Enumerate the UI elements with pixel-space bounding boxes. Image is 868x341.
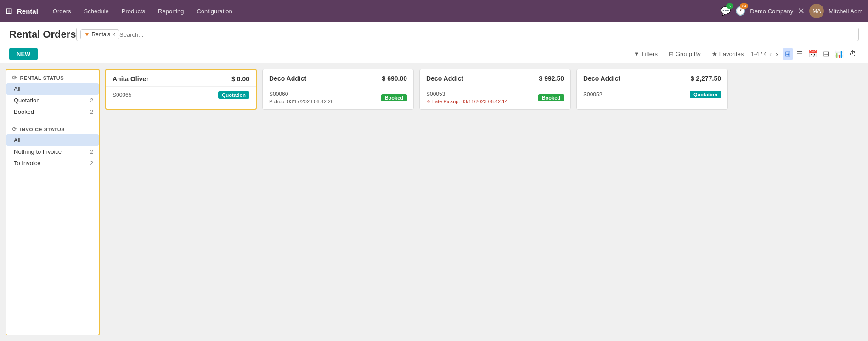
favorites-button[interactable]: ★ Favorites [708,49,747,59]
status-badge: Booked [538,94,564,101]
rental-booked-label: Booked [14,108,90,115]
clock-view-button[interactable]: ⏱ [847,48,859,60]
card-body: S00065 Quotation [106,87,256,103]
card-order-row: S00065 Quotation [113,91,249,99]
prev-page-button[interactable]: ‹ [768,50,772,58]
toolbar: NEW ▼ Filters ⊞ Group By ★ Favorites 1-4… [9,45,859,63]
new-button[interactable]: NEW [9,48,38,60]
pivot-view-button[interactable]: ⊟ [821,48,831,60]
card-amount: $ 2,277.50 [691,75,721,82]
card-header: Anita Oliver $ 0.00 [106,70,256,87]
card-order-number: S00060 [269,91,333,97]
main-area: Rental Orders ▼ Rentals × NEW ▼ Filters [0,22,868,341]
warning-icon: ⚠ [426,99,431,104]
card-order-row: S00053 ⚠Late Pickup: 03/11/2023 06:42:14… [426,91,564,105]
card-pickup: ⚠Late Pickup: 03/11/2023 06:42:14 [426,99,508,105]
card-body: S00060 Pickup: 03/17/2023 06:42:28 Booke… [263,86,413,109]
calendar-view-button[interactable]: 📅 [806,48,820,60]
status-badge: Booked [381,94,407,101]
invoice-status-label: INVOICE STATUS [20,127,65,132]
status-badge: Quotation [690,91,721,98]
chat-icon[interactable]: 💬 5 [721,6,731,16]
filter-close-icon[interactable]: × [112,31,115,38]
nav-orders[interactable]: Orders [47,5,77,17]
sidebar-rental-booked[interactable]: Booked 2 [6,106,99,117]
group-by-label: Group By [676,50,701,57]
card-header: Deco Addict $ 690.00 [263,69,413,86]
close-icon[interactable]: ✕ [798,6,805,16]
rental-status-label: RENTAL STATUS [20,75,64,81]
card-amount: $ 690.00 [382,75,407,82]
chat-badge: 5 [726,3,733,9]
company-name: Demo Company [750,8,793,15]
search-container: ▼ Rentals × [76,28,859,41]
grid-icon[interactable]: ⊞ [6,6,12,16]
content-area: ⟳ RENTAL STATUS All Quotation 2 Booked 2… [0,63,868,341]
nav-reporting[interactable]: Reporting [152,5,189,17]
card-amount: $ 0.00 [231,75,249,83]
list-view-button[interactable]: ☰ [794,48,805,60]
sidebar-rental-quotation[interactable]: Quotation 2 [6,95,99,106]
kanban-view-button[interactable]: ⊞ [783,48,793,60]
rental-card[interactable]: Anita Oliver $ 0.00 S00065 Quotation [105,69,257,110]
filter-tag-rentals: ▼ Rentals × [80,29,120,39]
sidebar-invoice-nothing[interactable]: Nothing to Invoice 2 [6,146,99,157]
filter-icon: ▼ [634,50,640,57]
invoice-to-invoice-count: 2 [90,160,93,167]
app-name[interactable]: Rental [17,7,38,15]
card-pickup: Pickup: 03/17/2023 06:42:28 [269,99,333,104]
invoice-nothing-label: Nothing to Invoice [14,148,90,155]
card-customer: Deco Addict [426,75,463,82]
invoice-status-header: ⟳ INVOICE STATUS [6,121,99,134]
clock-icon[interactable]: 🕐 24 [735,6,745,16]
sync-icon: ⟳ [12,74,17,81]
card-body: S00053 ⚠Late Pickup: 03/11/2023 06:42:14… [420,86,570,109]
page-title: Rental Orders [9,28,76,40]
avatar[interactable]: MA [809,4,824,18]
next-page-button[interactable]: › [775,50,779,58]
filters-label: Filters [642,50,658,57]
card-customer: Deco Addict [583,75,620,82]
invoice-all-label: All [14,137,93,144]
card-body: S00052 Quotation [577,86,727,103]
cards-area: Anita Oliver $ 0.00 S00065 Quotation Dec… [100,63,868,341]
sidebar-invoice-all[interactable]: All [6,134,99,146]
filter-funnel-icon: ▼ [85,31,90,38]
sidebar: ⟳ RENTAL STATUS All Quotation 2 Booked 2… [6,69,100,335]
rental-card[interactable]: Deco Addict $ 992.50 S00053 ⚠Late Pickup… [419,69,571,110]
pagination-text: 1-4 / 4 [751,51,767,57]
card-order-row: S00052 Quotation [583,91,721,98]
card-header: Deco Addict $ 2,277.50 [577,69,727,86]
graph-view-button[interactable]: 📊 [832,48,846,60]
search-input[interactable] [119,31,197,38]
card-header: Deco Addict $ 992.50 [420,69,570,86]
invoice-to-invoice-label: To Invoice [14,160,90,167]
group-by-button[interactable]: ⊞ Group By [665,49,705,59]
rental-quotation-count: 2 [90,97,93,104]
filters-button[interactable]: ▼ Filters [630,49,661,59]
invoice-nothing-count: 2 [90,149,93,155]
nav-configuration[interactable]: Configuration [191,5,237,17]
card-order-number: S00053 [426,91,508,97]
invoice-sync-icon: ⟳ [12,126,17,133]
rental-booked-count: 2 [90,109,93,115]
sidebar-invoice-to-invoice[interactable]: To Invoice 2 [6,157,99,169]
card-customer: Anita Oliver [113,75,149,83]
group-by-icon: ⊞ [669,50,674,57]
username: Mitchell Adm [829,8,862,15]
rental-card[interactable]: Deco Addict $ 2,277.50 S00052 Quotation [576,69,728,110]
rental-card[interactable]: Deco Addict $ 690.00 S00060 Pickup: 03/1… [262,69,414,110]
card-amount: $ 992.50 [539,75,564,82]
rental-all-label: All [14,85,93,92]
filter-tag-label: Rentals [91,31,110,38]
sidebar-rental-all[interactable]: All [6,83,99,95]
star-icon: ★ [712,50,717,57]
nav-products[interactable]: Products [116,5,151,17]
view-icons: ⊞ ☰ 📅 ⊟ 📊 ⏱ [783,48,859,60]
page-header: Rental Orders ▼ Rentals × NEW ▼ Filters [0,22,868,63]
pagination: 1-4 / 4 ‹ › [751,50,779,58]
card-order-row: S00060 Pickup: 03/17/2023 06:42:28 Booke… [269,91,407,104]
rental-quotation-label: Quotation [14,97,90,104]
nav-schedule[interactable]: Schedule [79,5,114,17]
card-order-number: S00052 [583,91,602,98]
